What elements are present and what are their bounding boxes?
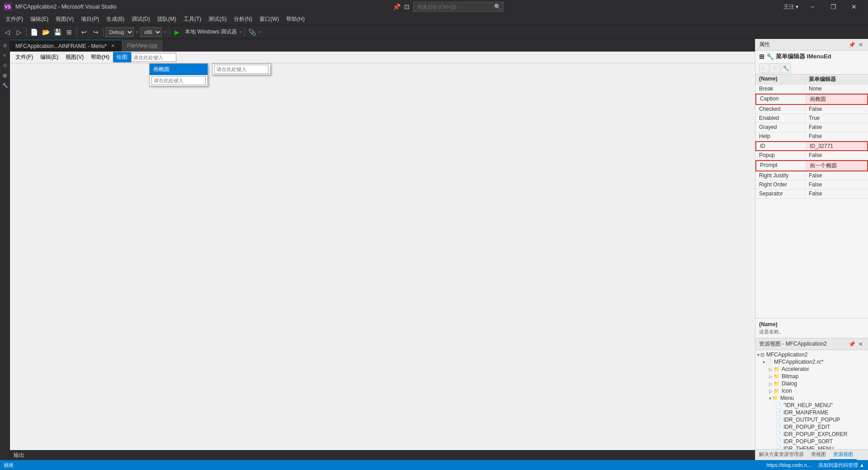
tree-item-rc[interactable]: ▾ 📄 MFCApplication2.rc* — [755, 358, 868, 366]
footer-class-view[interactable]: 类视图 — [807, 450, 830, 460]
prop-row-enabled[interactable]: Enabled True — [755, 114, 868, 123]
tree-item-idr-popup-edit[interactable]: 📄 IDR_POPUP_EDIT — [755, 423, 868, 431]
prop-row-separator[interactable]: Separator False — [755, 190, 868, 199]
toolbar-save[interactable]: 💾 — [52, 27, 63, 38]
tab-fileview[interactable]: FileView.cpp — [122, 40, 163, 52]
resource-pin-icon[interactable]: 📌 — [848, 341, 855, 348]
app-menu-file[interactable]: 文件(F) — [12, 52, 37, 62]
tree-label-idr-popup-sort: IDR_POPUP_SORT — [783, 438, 833, 445]
close-button[interactable]: ✕ — [844, 0, 864, 14]
sidebar-icon-4[interactable]: ▦ — [0, 71, 9, 80]
prop-row-break[interactable]: Break None — [755, 85, 868, 94]
prop-row-caption[interactable]: Caption 画椭圆 — [755, 94, 868, 105]
prop-row-rightorder[interactable]: Right Order False — [755, 180, 868, 190]
tree-item-accelerator[interactable]: ▷ 📁 Accelerator — [755, 366, 868, 373]
tree-item-menu[interactable]: ▾ 📁 Menu — [755, 394, 868, 402]
tree-item-idr-mainframe[interactable]: 📄 IDR_MAINFRAME — [755, 409, 868, 416]
sub-dropdown-new-input[interactable] — [214, 65, 269, 74]
menu-help[interactable]: 帮助(H) — [283, 14, 308, 25]
output-label[interactable]: 输出 — [14, 451, 24, 459]
prop-row-id[interactable]: ID ID_32771 — [755, 141, 868, 151]
toolbar-saveall[interactable]: ⊞ — [64, 27, 75, 38]
toolbar-new[interactable]: 📄 — [28, 27, 39, 38]
dropdown-item-ellipse[interactable]: 画椭圆 — [150, 64, 208, 75]
resource-close-icon[interactable]: ✕ — [857, 341, 864, 348]
tree-label-rc: MFCApplication2.rc* — [774, 359, 823, 365]
prop-name-grayed: Grayed — [755, 123, 805, 132]
toolbar-open[interactable]: 📂 — [40, 27, 51, 38]
prop-desc-name: (Name) — [759, 321, 864, 328]
prop-value-popup: False — [805, 151, 868, 160]
editor-area: MFCApplication...AINFRAME - Menu* ✕ File… — [10, 39, 755, 460]
tab-menu-close[interactable]: ✕ — [109, 43, 116, 49]
tree-item-icon[interactable]: ▷ 📁 Icon — [755, 387, 868, 394]
sidebar-icon-2[interactable]: ≡ — [0, 51, 9, 60]
tree-arrow-menu: ▾ — [769, 396, 771, 401]
tree-label-idr-popup-edit: IDR_POPUP_EDIT — [783, 424, 830, 430]
resource-panel-controls: 📌 ✕ — [848, 341, 864, 348]
app-menu-edit[interactable]: 编辑(E) — [37, 52, 62, 62]
run-button[interactable]: ▶ — [171, 27, 182, 38]
tree-item-idr-output-popup[interactable]: 📄 IDR_OUTPUT_POPUP — [755, 416, 868, 423]
prop-row-grayed[interactable]: Grayed False — [755, 123, 868, 132]
footer-resource-view[interactable]: 资源视图 — [830, 450, 857, 460]
title-bar-left: VS MFCApplication2 - Microsoft Visual St… — [4, 3, 117, 11]
menu-analyze[interactable]: 分析(N) — [230, 14, 256, 25]
prop-row-rightjustify[interactable]: Right Justify False — [755, 171, 868, 180]
prop-pin-icon[interactable]: 📌 — [848, 41, 855, 48]
toolbar-back[interactable]: ◁ — [2, 27, 13, 38]
right-panel: 属性 📌 ✕ ⊞ 🔧 菜单编辑器 IMenuEd A↓ ⊞ 🔧 (Name) 菜… — [755, 39, 868, 460]
toolbar-attach[interactable]: 📎 — [246, 27, 257, 38]
tree-item-idr-popup-sort[interactable]: 📄 IDR_POPUP_SORT — [755, 438, 868, 445]
menu-view[interactable]: 视图(V) — [52, 14, 77, 25]
tree-item-idr-help-menu[interactable]: 📄 "IDR_HELP_MENU" — [755, 402, 868, 409]
menu-build[interactable]: 生成(B) — [103, 14, 128, 25]
prop-close-icon[interactable]: ✕ — [857, 41, 864, 48]
prop-pages-btn[interactable]: 🔧 — [781, 63, 791, 73]
prop-row-help[interactable]: Help False — [755, 132, 868, 141]
prop-row-popup[interactable]: Popup False — [755, 151, 868, 160]
tree-item-idr-theme-menu[interactable]: 📄 IDR_THEME_MENU — [755, 445, 868, 449]
sidebar-icon-1[interactable]: ⊞ — [0, 41, 9, 50]
minimize-button[interactable]: − — [802, 0, 823, 14]
menu-window[interactable]: 窗口(W) — [256, 14, 283, 25]
tab-bar: MFCApplication...AINFRAME - Menu* ✕ File… — [10, 39, 755, 52]
debug-config-select[interactable]: Debug — [105, 27, 134, 37]
tree-icon-dialog: 📁 — [774, 381, 780, 387]
app-menu-new-input[interactable] — [131, 53, 176, 62]
prop-name-prompt: Prompt — [756, 161, 806, 171]
app-menu-view[interactable]: 视图(V) — [62, 52, 87, 62]
menu-tools[interactable]: 工具(T) — [180, 14, 205, 25]
menu-edit[interactable]: 编辑(E) — [27, 14, 52, 25]
tree-label-menu: Menu — [780, 395, 794, 401]
maximize-button[interactable]: ❐ — [823, 0, 844, 14]
footer-solution-explorer[interactable]: 解决方案资源管理器 — [755, 450, 807, 460]
dropdown-new-item-input[interactable] — [151, 76, 206, 85]
status-action[interactable]: 添加到源代码管理 ▲ — [818, 462, 864, 469]
tab-menu[interactable]: MFCApplication...AINFRAME - Menu* ✕ — [10, 40, 122, 52]
menu-project[interactable]: 项目(P) — [77, 14, 103, 25]
sidebar-icon-5[interactable]: 🔧 — [0, 81, 9, 90]
tree-item-bitmap[interactable]: ▷ 📁 Bitmap — [755, 373, 868, 380]
app-menu-draw[interactable]: 绘图 — [113, 52, 131, 62]
menu-test[interactable]: 测试(S) — [205, 14, 230, 25]
app-menu-help[interactable]: 帮助(H) — [87, 52, 113, 62]
menu-team[interactable]: 团队(M) — [154, 14, 180, 25]
prop-name-enabled: Enabled — [755, 114, 805, 123]
toolbar-redo[interactable]: ↪ — [90, 27, 101, 38]
menu-debug[interactable]: 调试(D) — [128, 14, 154, 25]
menu-file[interactable]: 文件(F) — [2, 14, 27, 25]
prop-categorize-btn[interactable]: ⊞ — [770, 63, 780, 73]
prop-sort-btn[interactable]: A↓ — [759, 63, 769, 73]
tree-item-root[interactable]: ▾ ⊡ MFCApplication2 — [755, 351, 868, 358]
prop-row-checked[interactable]: Checked False — [755, 105, 868, 114]
tree-item-dialog[interactable]: ▷ 📁 Dialog — [755, 380, 868, 387]
status-link[interactable]: https://blog.csdn.n... — [767, 462, 811, 468]
sidebar-icon-3[interactable]: ⊡ — [0, 61, 9, 70]
toolbar-forward[interactable]: ▷ — [14, 27, 24, 38]
toolbar-undo[interactable]: ↩ — [79, 27, 90, 38]
tree-item-idr-popup-explorer[interactable]: 📄 IDR_POPUP_EXPLORER — [755, 431, 868, 438]
platform-select[interactable]: x86 — [140, 27, 162, 37]
prop-row-prompt[interactable]: Prompt 画一个椭圆 — [755, 160, 868, 171]
search-input[interactable] — [413, 2, 504, 12]
